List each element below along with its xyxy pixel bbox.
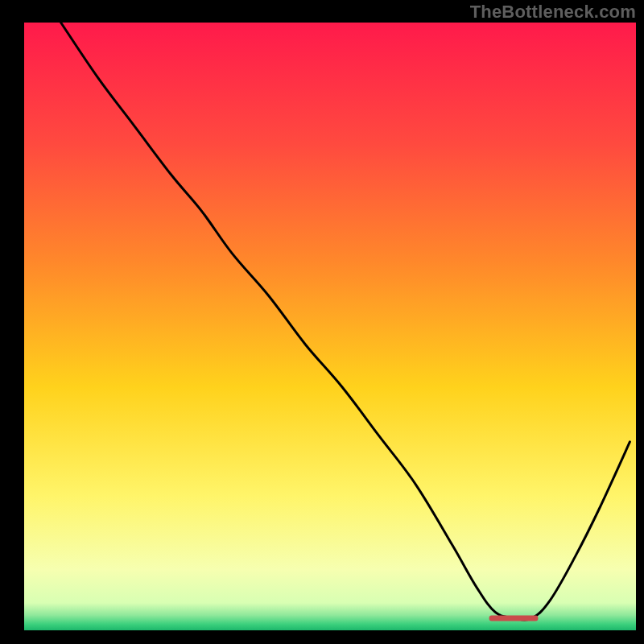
chart-container: TheBottleneck.com: [0, 0, 644, 644]
watermark-text: TheBottleneck.com: [470, 2, 636, 23]
chart-svg: [0, 0, 644, 644]
plot-background: [24, 23, 636, 630]
minimum-marker: [489, 615, 539, 621]
